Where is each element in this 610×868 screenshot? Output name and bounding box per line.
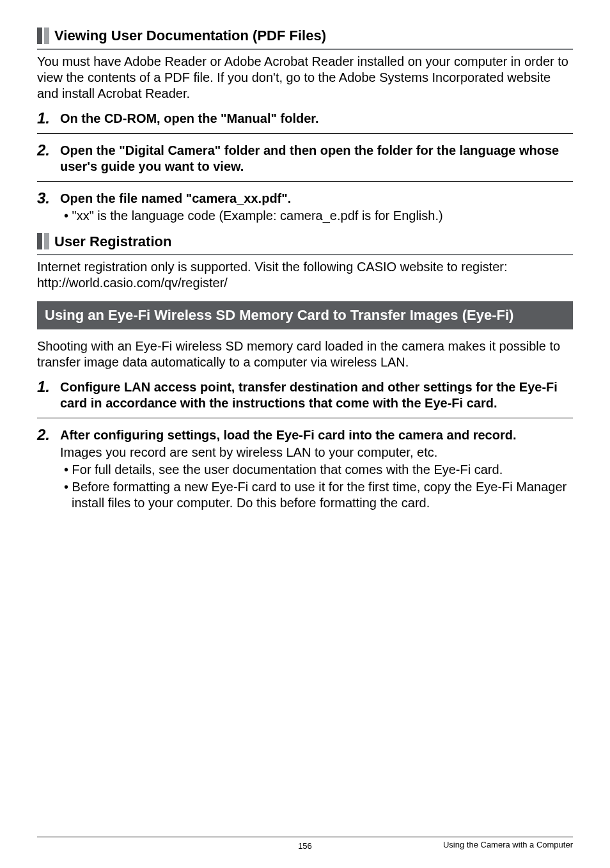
- heading-underline: [37, 49, 573, 50]
- sec2-body-1: Internet registration only is supported.…: [37, 259, 573, 275]
- sec3-step1: 1. Configure LAN access point, transfer …: [37, 379, 573, 415]
- section-eye-fi-heading: Using an Eye-Fi Wireless SD Memory Card …: [37, 301, 573, 329]
- sec2-body-2: http://world.casio.com/qv/register/: [37, 275, 573, 291]
- step-number: 2.: [37, 427, 56, 511]
- sec1-step2: 2. Open the "Digital Camera" folder and …: [37, 143, 573, 178]
- step-separator: [37, 133, 573, 134]
- page-footer: 156 Using the Camera with a Computer: [37, 837, 573, 850]
- step-text: Open the "Digital Camera" folder and the…: [60, 143, 573, 175]
- step-text: Configure LAN access point, transfer des…: [60, 379, 573, 411]
- step-text: Open the file named "camera_xx.pdf".: [60, 191, 573, 207]
- heading-title: Viewing User Documentation (PDF Files): [54, 27, 326, 45]
- heading-underline: [37, 254, 573, 255]
- step-text: After configuring settings, load the Eye…: [60, 427, 573, 443]
- sec1-step3: 3. Open the file named "camera_xx.pdf". …: [37, 191, 573, 224]
- step-bullet-2: • Before formatting a new Eye-Fi card to…: [60, 479, 573, 511]
- heading-bars-icon: [37, 233, 49, 249]
- step-number: 1.: [37, 379, 56, 411]
- step-separator: [37, 418, 573, 418]
- step-number: 3.: [37, 191, 56, 224]
- sec3-intro: Shooting with an Eye-Fi wireless SD memo…: [37, 338, 573, 370]
- step-text: On the CD-ROM, open the "Manual" folder.: [60, 111, 319, 127]
- page-number: 156: [37, 841, 573, 851]
- sec1-intro: You must have Adobe Reader or Adobe Acro…: [37, 54, 573, 102]
- heading-viewing-docs: Viewing User Documentation (PDF Files): [37, 27, 573, 45]
- step-desc: Images you record are sent by wireless L…: [60, 445, 573, 461]
- heading-user-registration: User Registration: [37, 233, 573, 251]
- step-separator: [37, 181, 573, 182]
- heading-title: User Registration: [54, 233, 171, 251]
- step-bullet-1: • For full details, see the user documen…: [60, 462, 573, 478]
- step-bullet: • "xx" is the language code (Example: ca…: [60, 208, 573, 224]
- sec3-step2: 2. After configuring settings, load the …: [37, 427, 573, 515]
- step-number: 1.: [37, 111, 56, 127]
- step-number: 2.: [37, 143, 56, 175]
- sec1-step1: 1. On the CD-ROM, open the "Manual" fold…: [37, 111, 573, 130]
- heading-bars-icon: [37, 28, 49, 44]
